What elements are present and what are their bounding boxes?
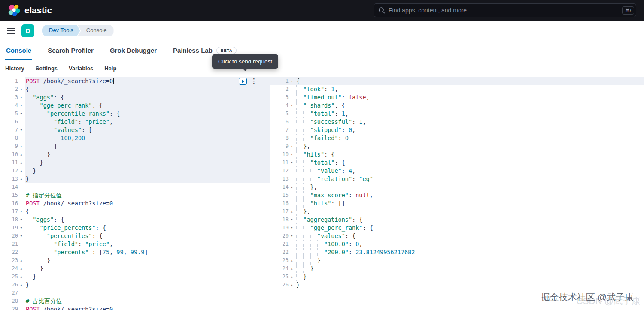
code-line[interactable]: 22"percents" : [75, 99, 99.9]	[0, 248, 270, 256]
fold-toggle-icon[interactable]: ▾	[289, 77, 295, 85]
global-search[interactable]: ⌘/	[374, 3, 636, 17]
fold-toggle-icon[interactable]: ▴	[18, 281, 24, 289]
request-menu-icon[interactable]: ⋮	[251, 78, 257, 84]
code-line[interactable]: 25▴}	[270, 273, 644, 281]
code-line[interactable]: 21"field": "price",	[0, 240, 270, 248]
fold-toggle-icon[interactable]: ▴	[289, 256, 295, 265]
code-line[interactable]: 26▴}	[270, 281, 644, 289]
fold-toggle-icon[interactable]: ▴	[289, 208, 295, 216]
search-input[interactable]	[389, 7, 620, 14]
code-line[interactable]: 23▴}	[270, 256, 644, 265]
code-line[interactable]: 7▾"values": [	[0, 126, 270, 134]
code-line[interactable]: 3"timed_out": false,	[270, 93, 644, 102]
fold-toggle-icon[interactable]: ▾	[289, 102, 295, 110]
fold-toggle-icon[interactable]: ▾	[18, 216, 24, 224]
code-line[interactable]: 12▴}	[0, 167, 270, 175]
fold-toggle-icon[interactable]: ▴	[289, 281, 295, 289]
code-line[interactable]: 15"max_score": null,	[270, 191, 644, 199]
fold-toggle-icon[interactable]: ▾	[18, 110, 24, 118]
code-line[interactable]: 8100,200	[0, 134, 270, 142]
fold-toggle-icon[interactable]: ▴	[18, 159, 24, 167]
code-line[interactable]: 16"hits": []	[270, 199, 644, 208]
code-line[interactable]: 20▾"values": {	[270, 232, 644, 240]
fold-toggle-icon[interactable]: ▾	[18, 126, 24, 134]
code-line[interactable]: 9▴},	[270, 142, 644, 150]
code-line[interactable]: 28# 占比百分位	[0, 297, 270, 305]
fold-toggle-icon[interactable]: ▾	[289, 150, 295, 159]
code-line[interactable]: 9▴]	[0, 142, 270, 150]
code-line[interactable]: 6"field": "price",	[0, 118, 270, 126]
fold-toggle-icon[interactable]: ▴	[289, 273, 295, 281]
code-line[interactable]: 1▾{	[270, 77, 644, 85]
code-line[interactable]: 19▾"gge_perc_rank": {	[270, 224, 644, 232]
code-line[interactable]: 14	[0, 183, 270, 191]
code-line[interactable]: 12"value": 4,	[270, 167, 644, 175]
code-line[interactable]: 17▴},	[270, 208, 644, 216]
code-line[interactable]: 5"total": 1,	[270, 110, 644, 118]
code-line[interactable]: 18▾"aggregations": {	[270, 216, 644, 224]
fold-toggle-icon[interactable]: ▴	[18, 142, 24, 150]
elastic-logo[interactable]: elastic	[5, 4, 55, 17]
code-line[interactable]: 10▾"hits": {	[270, 150, 644, 159]
code-line[interactable]: 23▴}	[0, 256, 270, 265]
code-line[interactable]: 25▴}	[0, 273, 270, 281]
code-line[interactable]: 24▴}	[0, 265, 270, 273]
code-line[interactable]: 19▾"price_percents": {	[0, 224, 270, 232]
tab-grok-debugger[interactable]: Grok Debugger	[109, 41, 158, 60]
code-line[interactable]: 26▴}	[0, 281, 270, 289]
code-line[interactable]: 14▴},	[270, 183, 644, 191]
code-line[interactable]: 3▾"aggs": {	[0, 93, 270, 102]
menu-item-variables[interactable]: Variables	[69, 65, 93, 72]
code-line[interactable]: 5▾"percentile_ranks": {	[0, 110, 270, 118]
code-line[interactable]: 24▴}	[270, 265, 644, 273]
code-line[interactable]: 21"100.0": 0,	[270, 240, 644, 248]
menu-item-history[interactable]: History	[5, 65, 24, 72]
fold-toggle-icon[interactable]: ▴	[18, 167, 24, 175]
code-line[interactable]: 17▾{	[0, 208, 270, 216]
space-avatar[interactable]: D	[21, 24, 34, 37]
code-line[interactable]: 2▾{	[0, 85, 270, 93]
fold-toggle-icon[interactable]: ▾	[289, 216, 295, 224]
breadcrumb-dev-tools[interactable]: Dev Tools	[42, 25, 80, 36]
fold-toggle-icon[interactable]: ▾	[289, 159, 295, 167]
code-line[interactable]: 7"skipped": 0,	[270, 126, 644, 134]
fold-toggle-icon[interactable]: ▴	[289, 183, 295, 191]
code-line[interactable]: 15# 指定分位值	[0, 191, 270, 199]
code-line[interactable]: 11▴}	[0, 159, 270, 167]
code-line[interactable]: 16POST /book/_search?size=0	[0, 199, 270, 208]
fold-toggle-icon[interactable]: ▾	[18, 85, 24, 93]
fold-toggle-icon[interactable]: ▴	[18, 273, 24, 281]
fold-toggle-icon[interactable]: ▴	[18, 150, 24, 159]
code-line[interactable]: 13▴}	[0, 175, 270, 183]
code-line[interactable]: 2"took": 1,	[270, 85, 644, 93]
code-line[interactable]: 11▾"total": {	[270, 159, 644, 167]
code-line[interactable]: 10▴}	[0, 150, 270, 159]
fold-toggle-icon[interactable]: ▾	[18, 224, 24, 232]
tab-search-profiler[interactable]: Search Profiler	[47, 41, 94, 60]
fold-toggle-icon[interactable]: ▴	[18, 256, 24, 265]
request-editor[interactable]: 1POST /book/_search?size=0⋮2▾{3▾"aggs": …	[0, 76, 270, 310]
fold-toggle-icon[interactable]: ▴	[289, 265, 295, 273]
menu-item-settings[interactable]: Settings	[36, 65, 58, 72]
code-line[interactable]: 4▾"_shards": {	[270, 102, 644, 110]
code-line[interactable]: 1POST /book/_search?size=0⋮	[0, 77, 270, 85]
code-line[interactable]: 22"200.0": 23.81249956217682	[270, 248, 644, 256]
fold-toggle-icon[interactable]: ▾	[289, 224, 295, 232]
code-line[interactable]: 18▾"aggs": {	[0, 216, 270, 224]
fold-toggle-icon[interactable]: ▾	[289, 232, 295, 240]
code-line[interactable]: 27	[0, 289, 270, 297]
fold-toggle-icon[interactable]: ▴	[289, 142, 295, 150]
fold-toggle-icon[interactable]: ▾	[18, 93, 24, 102]
code-line[interactable]: 6"successful": 1,	[270, 118, 644, 126]
code-line[interactable]: 13"relation": "eq"	[270, 175, 644, 183]
fold-toggle-icon[interactable]: ▾	[18, 208, 24, 216]
code-line[interactable]: 20▾"percentiles": {	[0, 232, 270, 240]
code-line[interactable]: 8"failed": 0	[270, 134, 644, 142]
fold-toggle-icon[interactable]: ▴	[18, 175, 24, 183]
send-request-button[interactable]	[239, 78, 247, 85]
fold-toggle-icon[interactable]: ▾	[18, 102, 24, 110]
menu-icon[interactable]	[7, 28, 15, 34]
code-line[interactable]: 4▾"gge_perc_rank": {	[0, 102, 270, 110]
menu-item-help[interactable]: Help	[104, 65, 116, 72]
fold-toggle-icon[interactable]: ▴	[18, 265, 24, 273]
